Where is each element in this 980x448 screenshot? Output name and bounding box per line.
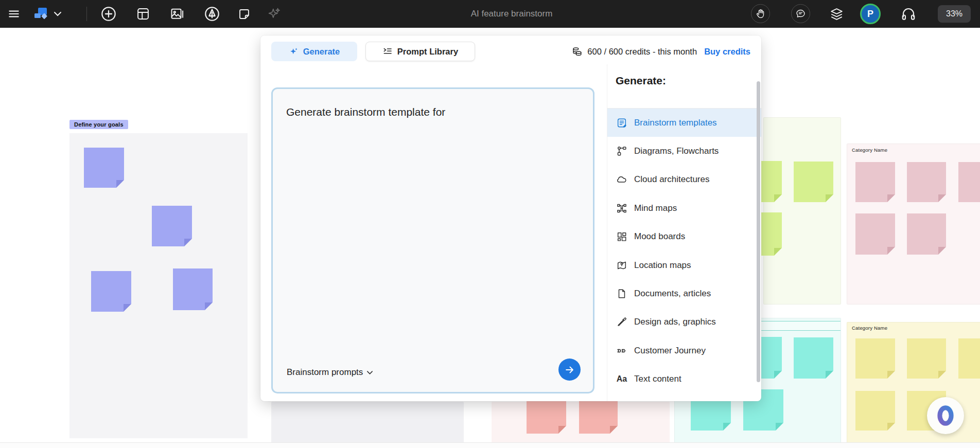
option-text-content[interactable]: Aa Text content <box>607 365 761 393</box>
sticky-note[interactable] <box>958 338 980 379</box>
option-label: Design ads, graphics <box>634 317 716 327</box>
buy-credits-link[interactable]: Buy credits <box>704 47 750 57</box>
prompt-textarea[interactable]: Generate brainstorm template for Brainst… <box>271 87 594 393</box>
arrow-right-icon <box>564 364 575 375</box>
sticky-note-icon[interactable] <box>237 7 251 21</box>
generate-heading: Generate: <box>616 75 666 87</box>
option-mood-boards[interactable]: Mood boards <box>607 223 761 251</box>
panel-scrollbar[interactable] <box>757 81 760 382</box>
sticky-note[interactable] <box>91 271 131 312</box>
option-location-maps[interactable]: Location maps <box>607 251 761 279</box>
category-label[interactable]: Category Name <box>852 147 887 153</box>
generate-options-list: Generate: Brainstorm templates Diagrams,… <box>607 64 761 401</box>
template-card-green[interactable] <box>763 117 841 304</box>
paintbrush-icon <box>616 316 627 328</box>
option-design-ads-graphics[interactable]: Design ads, graphics <box>607 308 761 336</box>
sticky-note[interactable] <box>907 338 946 379</box>
menu-icon[interactable] <box>7 7 21 21</box>
comments-icon[interactable] <box>791 4 810 23</box>
opera-sidebar-badge[interactable] <box>927 397 964 434</box>
chevron-down-icon[interactable] <box>54 11 62 16</box>
option-label: Location maps <box>634 260 691 271</box>
canvas-bottom-edge <box>0 442 980 448</box>
tab-prompt-library-label: Prompt Library <box>397 47 458 57</box>
sticky-note[interactable] <box>855 213 895 255</box>
image-icon[interactable] <box>170 7 184 21</box>
mindmap-icon <box>616 203 627 214</box>
layers-icon[interactable] <box>829 7 844 22</box>
sticky-note[interactable] <box>855 391 895 431</box>
app-window: Define your goals Category Name Category… <box>0 0 980 448</box>
sticky-note[interactable] <box>958 162 980 202</box>
option-brainstorm-templates[interactable]: Brainstorm templates <box>607 109 761 137</box>
moodboard-icon <box>616 231 627 242</box>
option-label: Mind maps <box>634 203 677 213</box>
app-logo[interactable] <box>34 7 48 21</box>
option-mind-maps[interactable]: Mind maps <box>607 194 761 222</box>
raise-hand-icon[interactable] <box>751 4 770 23</box>
option-label: Mood boards <box>634 231 685 242</box>
tab-prompt-library[interactable]: Prompt Library <box>365 42 475 61</box>
playlist-icon <box>382 46 393 57</box>
frame-title[interactable]: Define your goals <box>69 120 128 129</box>
template-card-gray[interactable] <box>271 402 464 443</box>
location-map-icon <box>616 260 627 271</box>
add-circle-icon[interactable] <box>100 6 117 22</box>
sticky-note[interactable] <box>907 213 946 255</box>
pen-icon[interactable] <box>204 6 220 22</box>
template-icon[interactable] <box>136 7 150 21</box>
headphones-icon[interactable] <box>901 6 916 22</box>
cloud-icon <box>616 174 627 185</box>
brainstorm-prompts-label: Brainstorm prompts <box>287 367 363 378</box>
zoom-level-button[interactable]: 33% <box>938 5 971 23</box>
ai-sparkle-icon[interactable] <box>267 7 281 21</box>
journey-tags-icon <box>616 345 627 356</box>
option-documents-articles[interactable]: Documents, articles <box>607 279 761 308</box>
option-label: Cloud architectures <box>634 174 709 185</box>
chevron-down-icon <box>366 370 373 375</box>
option-label: Documents, articles <box>634 289 711 299</box>
option-label: Text content <box>634 374 681 384</box>
credits-text: 600 / 600 credits - this month <box>587 47 697 57</box>
text-aa-icon: Aa <box>616 374 627 384</box>
tab-generate-label: Generate <box>303 47 340 57</box>
ai-generate-panel: Generate Prompt Library 600 / 600 credit… <box>260 35 761 401</box>
option-label: Customer Journey <box>634 346 706 356</box>
board-title[interactable]: AI feature brainstorm <box>442 0 582 28</box>
sticky-note[interactable] <box>173 268 213 310</box>
prompt-input-value[interactable]: Generate brainstorm template for <box>286 106 580 118</box>
option-label: Diagrams, Flowcharts <box>634 146 719 156</box>
sparkle-icon <box>289 47 299 57</box>
send-prompt-button[interactable] <box>558 359 581 381</box>
brainstorm-doc-icon <box>616 117 627 129</box>
option-label: Brainstorm templates <box>634 118 717 128</box>
credits-status: 600 / 600 credits - this month Buy credi… <box>572 42 750 61</box>
brainstorm-prompts-dropdown[interactable]: Brainstorm prompts <box>287 367 373 378</box>
option-diagrams-flowcharts[interactable]: Diagrams, Flowcharts <box>607 137 761 165</box>
sticky-note[interactable] <box>855 338 895 379</box>
category-label[interactable]: Category Name <box>852 325 887 331</box>
tab-generate[interactable]: Generate <box>271 42 357 61</box>
option-customer-journey[interactable]: Customer Journey <box>607 336 761 365</box>
document-icon <box>616 288 627 299</box>
sticky-note[interactable] <box>794 162 833 202</box>
sticky-note[interactable] <box>907 162 946 202</box>
sticky-note[interactable] <box>855 162 895 202</box>
opera-logo-icon <box>933 403 958 428</box>
avatar[interactable]: P <box>860 4 881 24</box>
sticky-note[interactable] <box>794 337 833 379</box>
top-toolbar: AI feature brainstorm P 33% <box>0 0 980 28</box>
sticky-note[interactable] <box>84 148 124 188</box>
toolbar-divider <box>86 7 87 21</box>
sticky-note[interactable] <box>152 206 192 246</box>
coins-icon <box>572 46 583 57</box>
flowchart-icon <box>616 146 627 157</box>
option-cloud-architectures[interactable]: Cloud architectures <box>607 166 761 194</box>
